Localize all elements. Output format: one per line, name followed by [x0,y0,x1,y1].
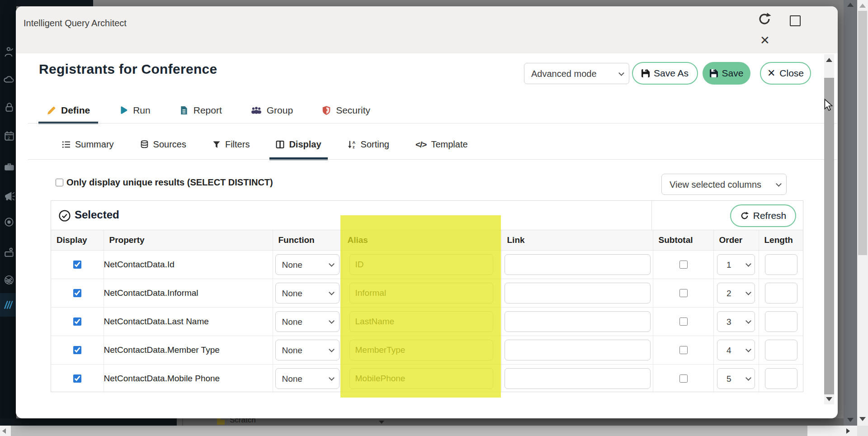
order-select[interactable]: 3 [717,311,755,332]
code-slashes-icon[interactable] [3,299,15,311]
lock-icon[interactable] [3,101,15,113]
selected-title: Selected [75,209,119,221]
background-tree-row: Scratch [177,418,844,426]
link-input[interactable] [505,283,651,303]
save-as-label: Save As [654,68,689,79]
scroll-up-arrow[interactable] [859,4,866,8]
close-label: Close [779,68,804,79]
order-select[interactable]: 5 [717,368,755,389]
alias-input[interactable] [349,368,493,389]
horizontal-scroll-thumb[interactable] [11,426,807,436]
dialog-scrollbar[interactable] [824,54,834,404]
vertical-scroll-thumb[interactable] [858,11,867,255]
close-button[interactable]: ✕ Close [760,62,811,85]
query-architect-dialog: Intelligent Query Architect ✕ Registrant… [16,6,838,418]
distinct-checkbox[interactable] [56,179,63,186]
tab-group[interactable]: Group [243,97,301,123]
cloud-icon[interactable] [3,73,15,85]
target-icon[interactable] [3,216,15,228]
link-input[interactable] [505,368,651,389]
function-select[interactable]: None [275,311,340,332]
order-select[interactable]: 1 [717,254,755,275]
globe-icon[interactable] [3,274,15,286]
briefcase-icon[interactable] [3,161,15,172]
function-select[interactable]: None [275,340,340,360]
function-select[interactable]: None [275,368,340,389]
order-select[interactable]: 4 [717,340,755,360]
subtab-sorting[interactable]: Az Sorting [341,129,396,160]
link-input[interactable] [505,311,651,332]
table-row: NetContactData.Mobile Phone None 5 [51,365,803,393]
scroll-right-arrow[interactable] [846,428,850,434]
alias-input[interactable] [349,283,493,303]
refresh-icon[interactable] [757,12,772,26]
display-checkbox[interactable] [73,318,81,326]
box-person-icon[interactable] [3,246,15,258]
length-input[interactable] [765,368,797,389]
selected-columns-table: Display Property Function Alias Link Sub… [51,230,803,393]
refresh-button[interactable]: Refresh [730,204,796,227]
alias-input[interactable] [349,340,493,360]
scroll-down-arrow[interactable] [859,417,866,421]
tab-define[interactable]: Define [38,97,98,123]
length-input[interactable] [765,283,797,303]
subtotal-checkbox[interactable] [679,261,688,269]
col-order: Order [713,230,759,251]
col-link: Link [501,230,653,251]
close-icon[interactable]: ✕ [760,34,770,46]
display-checkbox[interactable] [73,289,81,297]
refresh-label: Refresh [753,210,787,221]
scroll-up-arrow[interactable] [826,58,832,62]
order-select[interactable]: 2 [717,283,755,303]
length-input[interactable] [765,340,797,360]
view-columns-select[interactable]: View selected columns [661,174,787,195]
refresh-icon [740,211,749,220]
subtotal-checkbox[interactable] [679,289,688,297]
subtotal-checkbox[interactable] [679,318,688,326]
subtab-sources[interactable]: Sources [134,129,193,160]
save-button[interactable]: Save [703,62,750,85]
mode-select[interactable]: Advanced mode [524,63,629,84]
function-select[interactable]: None [275,254,340,275]
subtab-filters[interactable]: Filters [206,129,256,160]
scroll-down-arrow[interactable] [826,397,832,401]
selected-panel: Selected Refresh Display Property Functi… [51,200,803,392]
group-icon [251,106,262,115]
calendar-icon[interactable]: 2 [3,130,15,142]
person-icon[interactable] [3,46,15,58]
selected-panel-header: Selected Refresh [51,201,803,230]
function-select[interactable]: None [275,283,340,303]
horizontal-scrollbar[interactable] [0,426,857,436]
scroll-up-arrow[interactable] [847,3,854,7]
page-scrollbar-dimmed[interactable] [844,0,857,426]
display-checkbox[interactable] [73,346,81,354]
svg-text:2: 2 [8,135,10,140]
save-as-button[interactable]: Save As [632,62,698,85]
maximize-icon[interactable] [790,15,801,26]
tab-security[interactable]: Security [314,97,378,123]
alias-input[interactable] [349,311,493,332]
display-checkbox[interactable] [73,261,81,269]
tab-run[interactable]: Run [111,97,159,123]
browser-scrollbar[interactable] [857,0,868,426]
close-x-icon: ✕ [767,68,775,78]
length-input[interactable] [765,311,797,332]
code-icon: </> [415,140,426,150]
subtab-summary[interactable]: Summary [56,129,120,160]
link-input[interactable] [505,340,651,360]
subtotal-checkbox[interactable] [679,346,688,354]
dialog-scroll-thumb[interactable] [824,78,834,394]
display-subtabs: Summary Sources Filters Display Az Sorti… [56,129,474,160]
subtab-template[interactable]: </> Template [409,129,474,160]
subtotal-checkbox[interactable] [679,374,688,383]
length-input[interactable] [765,254,797,275]
link-input[interactable] [505,254,651,275]
scroll-left-arrow[interactable] [2,428,6,434]
megaphone-icon[interactable] [3,190,15,202]
display-checkbox[interactable] [73,374,81,383]
tab-report[interactable]: Report [171,97,230,123]
scroll-down-arrow[interactable] [847,418,854,422]
alias-input[interactable] [349,254,493,275]
subtab-display[interactable]: Display [269,129,327,160]
caret-down-icon [379,421,384,424]
